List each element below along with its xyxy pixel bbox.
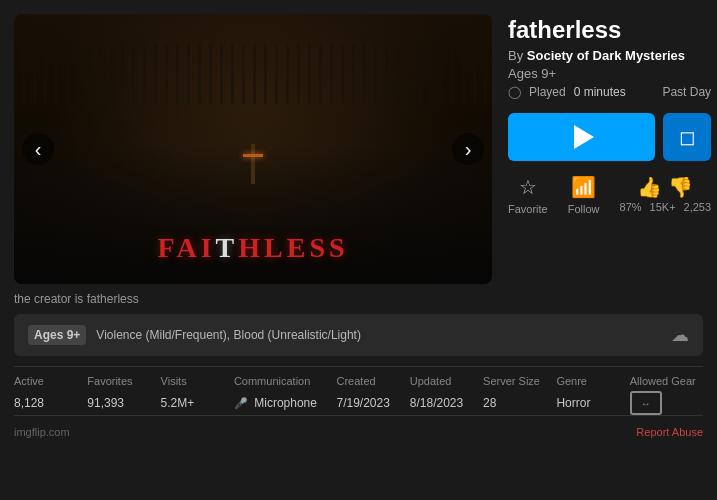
val-communication: 🎤 Microphone [234,396,337,410]
title-cross-t: T [216,232,239,263]
like-button[interactable]: 👍 [637,175,662,199]
prev-button[interactable]: ‹ [22,133,54,165]
favorite-label: Favorite [508,203,548,215]
header-updated: Updated [410,375,483,387]
report-abuse-button[interactable]: Report Abuse [636,426,703,438]
header-active: Active [14,375,87,387]
thumbs-down-icon: 👎 [668,175,693,199]
dislike-count: 2,253 [684,201,712,213]
play-icon [574,125,594,149]
dislike-button[interactable]: 👎 [668,175,693,199]
next-button[interactable]: › [452,133,484,165]
star-icon: ☆ [519,175,537,199]
by-label: By [508,48,523,63]
creator-note: the creator is fatherless [14,292,703,306]
like-row: 👍 👎 [637,175,693,199]
header-visits: Visits [161,375,234,387]
right-panel: fatherless By Society of Dark Mysteries … [508,14,711,284]
val-genre: Horror [556,396,629,410]
stats-values: 8,128 91,393 5.2M+ 🎤 Microphone 7/19/202… [14,391,703,415]
communication-value: Microphone [254,396,317,410]
val-visits: 5.2M+ [161,396,234,410]
val-updated: 8/18/2023 [410,396,483,410]
social-bar: ☆ Favorite 📶 Follow 👍 👎 87% 15 [508,175,711,215]
title-hless: HLESS [238,232,348,263]
clock-icon: ◯ [508,85,521,99]
game-thumbnail: ‹ › FAITHLESS [14,14,492,284]
header-communication: Communication [234,375,337,387]
stats-table: Active Favorites Visits Communication Cr… [14,366,703,415]
left-panel: ‹ › FAITHLESS [14,14,492,284]
age-rating: Ages 9+ [508,66,711,81]
follow-icon: 📶 [571,175,596,199]
box-icon: ◻ [679,125,696,149]
like-section: 👍 👎 87% 15K+ 2,253 [620,175,712,213]
time-filter-button[interactable]: Past Day [662,85,711,99]
thumbs-up-icon: 👍 [637,175,662,199]
favorite-button[interactable]: ☆ Favorite [508,175,548,215]
val-allowed-gear: ↔ [630,391,703,415]
microphone-icon: 🎤 [234,397,248,409]
header-genre: Genre [556,375,629,387]
bottom-section: the creator is fatherless Ages 9+ Violen… [0,284,717,415]
content-warning: Ages 9+ Violence (Mild/Frequent), Blood … [14,314,703,356]
val-active: 8,128 [14,396,87,410]
follow-label: Follow [568,203,600,215]
played-time: 0 minutes [574,85,626,99]
box-button[interactable]: ◻ [663,113,711,161]
play-button[interactable] [508,113,655,161]
warning-text: Violence (Mild/Frequent), Blood (Unreali… [96,328,361,342]
like-percent: 87% [620,201,642,213]
altar-decoration [223,144,283,194]
title-fai: FAI [157,232,215,263]
header-allowed-gear: Allowed Gear [630,375,703,387]
content-age-badge: Ages 9+ [28,325,86,345]
thumbnail-title: FAITHLESS [14,232,492,264]
cloud-icon: ☁ [671,324,689,346]
footer-bar: imgflip.com Report Abuse [0,420,717,442]
header-server-size: Server Size [483,375,556,387]
action-buttons: ◻ [508,113,711,161]
imgflip-logo: imgflip.com [14,426,70,438]
footer-divider [14,415,703,416]
val-created: 7/19/2023 [337,396,410,410]
played-label: Played [529,85,566,99]
allowed-gear-icon: ↔ [630,391,662,415]
creator-link[interactable]: Society of Dark Mysteries [527,48,685,63]
val-favorites: 91,393 [87,396,160,410]
game-name: fatherless [508,16,711,44]
header-favorites: Favorites [87,375,160,387]
follow-button[interactable]: 📶 Follow [568,175,600,215]
creator-line: By Society of Dark Mysteries [508,48,711,63]
like-count: 15K+ [650,201,676,213]
val-server-size: 28 [483,396,556,410]
stats-headers: Active Favorites Visits Communication Cr… [14,375,703,387]
played-line: ◯ Played 0 minutes Past Day [508,85,711,99]
header-created: Created [337,375,410,387]
